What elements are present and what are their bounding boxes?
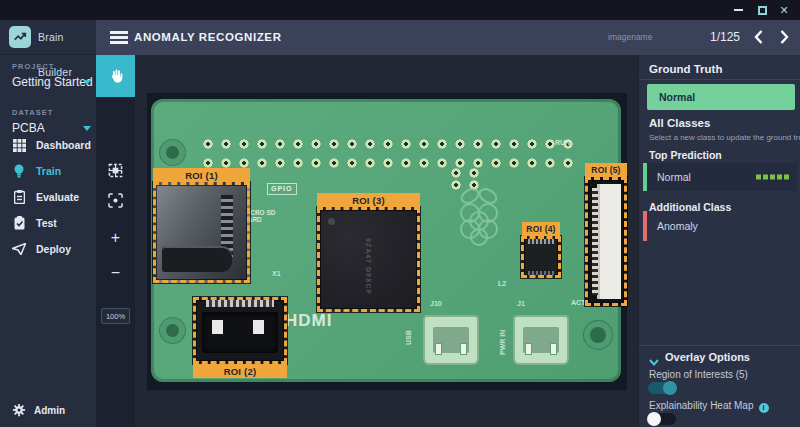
viewer-toolbar: 100% <box>96 55 135 427</box>
sidebar-item-label: Dashboard <box>36 139 91 151</box>
gear-icon <box>12 403 26 417</box>
main-menu: Dashboard Train Evaluate Test <box>0 132 96 262</box>
image-canvas[interactable]: GPIO HDMI USB PWR IN J10 J1 ACT RUN MICR… <box>135 55 638 427</box>
j10-silkscreen-label: J10 <box>430 300 442 307</box>
app-window: Brain Builder PROJECT Getting Started DA… <box>0 0 800 427</box>
roi-1-region[interactable] <box>153 182 250 283</box>
clipboard-icon <box>12 190 26 204</box>
pagination-count: 1/125 <box>710 20 740 55</box>
sidebar-item-test[interactable]: Test <box>0 210 96 236</box>
zoom-out-button[interactable] <box>96 252 135 294</box>
app-name: Brain Builder <box>38 20 96 55</box>
overlay-options-heading: Overlay Options <box>665 351 750 363</box>
pwr-in-silkscreen-label: PWR IN <box>499 330 506 355</box>
l2-silkscreen-label: L2 <box>498 280 506 287</box>
chevron-down-icon[interactable] <box>649 352 659 362</box>
sidebar-item-deploy[interactable]: Deploy <box>0 236 96 262</box>
clipboard-check-icon <box>12 216 26 230</box>
class-row-normal[interactable]: Normal <box>643 163 797 191</box>
close-icon[interactable] <box>774 0 794 20</box>
run-silkscreen-label: RUN <box>555 139 570 146</box>
sidebar-item-label: Deploy <box>36 243 71 255</box>
roi-toggle-label: Region of Interests (5) <box>649 369 748 380</box>
roi-2-label[interactable]: ROI (2) <box>193 364 287 378</box>
image-name: imagename <box>608 20 652 55</box>
info-icon[interactable] <box>759 403 769 413</box>
pcb-image: GPIO HDMI USB PWR IN J10 J1 ACT RUN MICR… <box>147 93 627 390</box>
raspberry-logo <box>455 185 503 253</box>
next-image-icon[interactable] <box>776 29 792 45</box>
project-label: PROJECT <box>12 62 54 71</box>
sidebar-item-train[interactable]: Train <box>0 158 96 184</box>
class-name: Anomaly <box>657 220 698 232</box>
power-port <box>513 315 569 365</box>
mounting-hole <box>166 324 179 337</box>
hdmi-silkscreen-label: HDMI <box>285 311 332 331</box>
confidence-squares <box>754 175 789 180</box>
sidebar-item-label: Train <box>36 165 61 177</box>
roi-4-label[interactable]: ROI (4) <box>522 222 560 236</box>
header-bar: ANOMALY RECOGNIZER imagename 1/125 <box>96 20 800 55</box>
project-caret-icon[interactable] <box>83 80 91 85</box>
j1-silkscreen-label: J1 <box>517 300 525 307</box>
heatmap-toggle[interactable] <box>648 413 676 425</box>
maximize-icon[interactable] <box>752 0 772 20</box>
dataset-label: DATASET <box>12 108 53 117</box>
hand-icon <box>108 68 124 84</box>
chip-marking-text: 9ZA47 D9XCF <box>365 238 372 295</box>
gpio-silkscreen-label: GPIO <box>267 183 297 195</box>
top-prediction-heading: Top Prediction <box>649 149 722 161</box>
sidebar: Brain Builder PROJECT Getting Started DA… <box>0 20 96 427</box>
project-value[interactable]: Getting Started <box>12 75 93 89</box>
roi-3-label[interactable]: ROI (3) <box>317 193 420 207</box>
page-title: ANOMALY RECOGNIZER <box>134 20 282 55</box>
minimize-icon[interactable] <box>728 0 748 20</box>
roi-1-label[interactable]: ROI (1) <box>153 168 250 182</box>
class-row-anomaly[interactable]: Anomaly <box>643 211 797 241</box>
zoom-level-badge[interactable]: 100% <box>101 308 130 324</box>
all-classes-heading: All Classes <box>649 117 710 129</box>
mounting-hole <box>590 327 606 343</box>
app-logo: Brain Builder <box>0 20 96 55</box>
bulb-icon <box>12 164 26 178</box>
center-view-tool-button[interactable] <box>96 179 135 221</box>
gpio-pin-row <box>199 138 579 150</box>
sidebar-item-admin[interactable]: Admin <box>0 397 96 423</box>
admin-label: Admin <box>34 405 65 416</box>
ground-truth-heading: Ground Truth <box>649 63 722 75</box>
sidebar-item-evaluate[interactable]: Evaluate <box>0 184 96 210</box>
heatmap-toggle-label: Explainability Heat Map <box>649 400 769 413</box>
dataset-caret-icon[interactable] <box>83 126 91 131</box>
usb-port <box>423 315 479 365</box>
gpio-pin-row <box>199 157 579 169</box>
pan-tool-button[interactable] <box>96 55 135 97</box>
dashboard-icon <box>12 138 26 152</box>
sidebar-item-label: Evaluate <box>36 191 79 203</box>
class-name: Normal <box>657 171 691 183</box>
brain-builder-logo-icon <box>9 26 31 48</box>
act-silkscreen-label: ACT <box>571 299 585 306</box>
roi-3-region[interactable]: 9ZA47 D9XCF <box>317 207 420 312</box>
window-titlebar <box>0 0 800 20</box>
roi-5-region[interactable] <box>585 177 627 306</box>
all-classes-subtitle: Select a new class to update the ground … <box>649 133 800 142</box>
previous-image-icon[interactable] <box>750 29 766 45</box>
roi-2-region[interactable] <box>193 297 287 364</box>
usb-silkscreen-label: USB <box>405 330 412 345</box>
roi-5-label[interactable]: ROI (5) <box>585 163 627 177</box>
send-icon <box>12 242 26 256</box>
x1-silkscreen-label: X1 <box>272 270 281 277</box>
sidebar-item-dashboard[interactable]: Dashboard <box>0 132 96 158</box>
sidebar-item-label: Test <box>36 217 57 229</box>
hamburger-menu-icon[interactable] <box>110 31 128 44</box>
inspector-panel: Ground Truth Normal All Classes Select a… <box>638 55 800 427</box>
roi-4-region[interactable] <box>521 236 561 278</box>
roi-toggle[interactable] <box>648 382 676 394</box>
ground-truth-value[interactable]: Normal <box>647 84 795 110</box>
mounting-hole <box>166 146 179 159</box>
